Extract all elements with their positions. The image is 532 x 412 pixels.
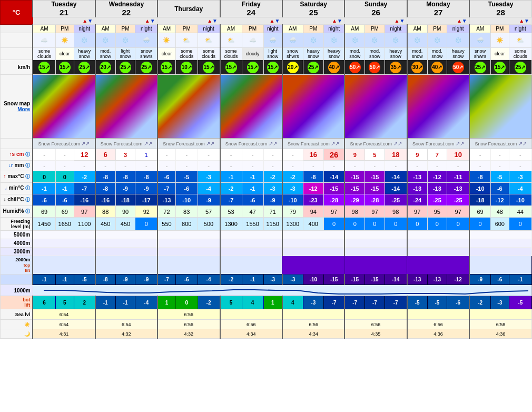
desc-23: someclouds: [509, 48, 531, 60]
humid-9: 53: [220, 206, 242, 218]
chill-label: ↓ chill°C ⓘ: [1, 194, 33, 206]
bl-13: -3: [303, 296, 323, 309]
weather-icon-2: ❄️: [74, 33, 95, 48]
tl-16: -15: [365, 274, 385, 285]
weather-icon-19: ❄️: [427, 33, 447, 48]
humid-5: 92: [135, 206, 157, 218]
sr-4: 6:56: [282, 320, 344, 329]
snow-d-11: -: [263, 149, 282, 161]
chill-23: -10: [509, 194, 531, 206]
rain-2: -: [74, 161, 95, 171]
sl-4: [282, 309, 344, 320]
tl-5: -9: [135, 274, 157, 285]
desc-22: clear: [490, 48, 509, 60]
period-sun-am: AM: [344, 25, 364, 33]
freeze-17: 0: [385, 218, 407, 231]
alt-2000-mon: [407, 256, 469, 274]
alt-2000-thu: [157, 256, 220, 274]
wind-8: 15↗: [198, 60, 220, 75]
freeze-20: 0: [447, 218, 470, 231]
rain-5: -: [135, 161, 157, 171]
humid-1: 69: [55, 206, 74, 218]
snowmap-label[interactable]: Snow mapMore: [1, 75, 33, 139]
day-arrows-row: ▲▼ ▲▼ ▲▼ ▲▼ ▲▼ ▲▼ ▲▼ ▲▼: [1, 17, 532, 25]
rain-11: -: [263, 161, 282, 171]
bl-6: 1: [157, 296, 175, 309]
min-t-2: -7: [74, 183, 95, 194]
period-fri-pm: PM: [242, 25, 263, 33]
wm-label: [1, 139, 33, 149]
tl-12: -3: [282, 274, 303, 285]
rain-10: -: [242, 161, 263, 171]
wind-17: 35↗: [385, 60, 407, 75]
bl-10: 4: [242, 296, 263, 309]
bl-3: -1: [95, 296, 116, 309]
freeze-label: Freezinglevel (m): [1, 218, 33, 231]
bl-7: 0: [175, 296, 198, 309]
tl-18: -13: [407, 274, 427, 285]
weather-icon-12: 🌨️: [282, 33, 303, 48]
weather-icon-8: ⛅: [198, 33, 220, 48]
freeze-1: 1650: [55, 218, 74, 231]
bl-9: 5: [220, 296, 242, 309]
max-t-8: -3: [198, 171, 220, 183]
rain-row: ↓r mm ⓘ - - - - - - - - - - - - - - - - …: [1, 161, 532, 171]
rain-17: -: [385, 161, 407, 171]
rain-21: -: [469, 161, 490, 171]
wind-2: 25↗: [74, 60, 95, 75]
wm-arrow-7: ↗↗: [518, 141, 527, 146]
chill-11: -9: [263, 194, 282, 206]
rain-18: -: [407, 161, 427, 171]
min-t-3: -8: [95, 183, 116, 194]
period-tue2-night: night: [509, 25, 531, 33]
snowmap-saturday: [282, 75, 344, 139]
max-t-21: -8: [469, 171, 490, 183]
chill-22: -12: [490, 194, 509, 206]
freeze-9: 1300: [220, 218, 242, 231]
rain-6: -: [157, 161, 175, 171]
alt-2000-sat: [282, 256, 344, 274]
min-t-4: -9: [115, 183, 135, 194]
toplift-row: -1 -1 -5 -8 -9 -9 -7 -6 -4 -2 -1 -3 -3 -…: [1, 274, 532, 285]
freeze-8: 500: [198, 218, 220, 231]
wind-3: 20↗: [95, 60, 116, 75]
rain-9: -: [220, 161, 242, 171]
max-t-22: -5: [490, 171, 509, 183]
snowmap-sunday: [344, 75, 407, 139]
day-tuesday-28: Tuesday28: [469, 1, 531, 17]
tl-21: -9: [469, 274, 490, 285]
snow-d-19: 7: [427, 149, 447, 161]
desc-5: snowshwrs: [135, 48, 157, 60]
freeze-12: 1300: [282, 218, 303, 231]
wind-19: 40↗: [427, 60, 447, 75]
max-t-18: -13: [407, 171, 427, 183]
wm-arrow-4: ↗↗: [331, 141, 339, 146]
freeze-16: 0: [365, 218, 385, 231]
tl-13: -10: [303, 274, 323, 285]
ss-5: 4:35: [344, 329, 407, 339]
alt-2000-row: 2000mtoplift: [1, 256, 532, 274]
humid-19: 95: [427, 206, 447, 218]
weather-icon-15: ❄️: [344, 33, 364, 48]
snowmap-friday: [220, 75, 282, 139]
botlift-label: botlift: [1, 296, 33, 309]
alt-5000-tue2: [469, 231, 531, 239]
freeze-6: 550: [157, 218, 175, 231]
desc-8: someclouds: [198, 48, 220, 60]
freeze-11: 1150: [263, 218, 282, 231]
period-fri-am: AM: [220, 25, 242, 33]
snow-d-1: -: [55, 149, 74, 161]
min-t-15: -15: [344, 183, 364, 194]
weather-icon-1: ☀️: [55, 33, 74, 48]
alt-5000-fri: [220, 231, 282, 239]
wind-row: km/h 15↗ 15↗ 25↗ 20↗ 25↗ 25↗ 15↗ 10↗ 15↗…: [1, 60, 532, 75]
wm-tuesday28: Snow Forecast.com ↗↗: [469, 139, 531, 149]
snow-d-18: 9: [407, 149, 427, 161]
desc-1: clear: [55, 48, 74, 60]
min-t-5: -9: [135, 183, 157, 194]
celsius-toggle[interactable]: °C: [1, 1, 33, 25]
max-t-4: -8: [115, 171, 135, 183]
left-spacer: [1, 25, 33, 33]
rain-label: ↓r mm ⓘ: [1, 161, 33, 171]
min-t-12: -3: [282, 183, 303, 194]
